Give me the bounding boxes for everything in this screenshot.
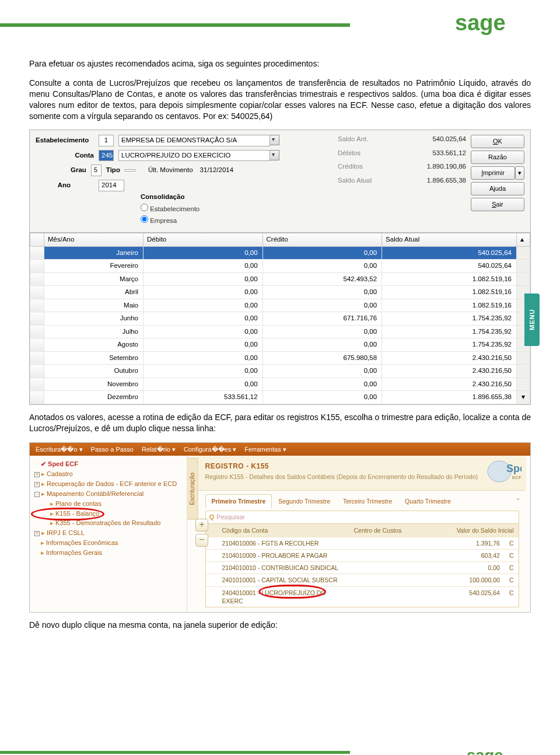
tree-item[interactable]: -▸Mapeamento Contábil/Referencial bbox=[32, 489, 184, 499]
table-row[interactable]: Agosto0,000,001.754.235,92 bbox=[30, 338, 530, 352]
table-row[interactable]: Maio0,000,001.082.519,16 bbox=[30, 299, 530, 312]
col-codigo-conta[interactable]: Código da Conta bbox=[218, 524, 349, 537]
registro-subtitle: Registro K155 - Detalhes dos Saldos Cont… bbox=[205, 473, 519, 481]
tipo-field[interactable] bbox=[125, 169, 135, 172]
search-bar[interactable]: QPesquisar ⌄ bbox=[205, 511, 519, 524]
table-row[interactable]: Abril0,000,001.082.519,16 bbox=[30, 286, 530, 299]
scroll-up-icon[interactable]: ▴ bbox=[517, 233, 530, 247]
table-row[interactable]: Janeiro0,000,00540.025,64 bbox=[30, 246, 530, 260]
imprimir-dropdown[interactable]: ▾ bbox=[515, 166, 524, 180]
movimentos-grid: Mês/Ano Débito Crédito Saldo Atual ▴ Jan… bbox=[30, 232, 530, 404]
paragraph-3: Anotados os valores, acesse a rotina de … bbox=[29, 412, 531, 434]
imprimir-button[interactable]: Imprimir bbox=[471, 166, 515, 180]
conta-row[interactable]: 2104010009 - PROLABORE A PAGAR603,42C bbox=[206, 549, 519, 561]
ecf-tree: ✔ Sped ECF+▸Cadastro+▸Recuperação de Dad… bbox=[30, 456, 187, 612]
tree-item[interactable]: ▸Informações Econômicas bbox=[32, 538, 184, 548]
ecf-editor-window: Escritura��o ▾Passo a PassoRelat�rio ▾Co… bbox=[29, 442, 531, 613]
label-conta: Conta bbox=[36, 151, 94, 160]
paragraph-4: Dê novo duplo clique na mesma conta, na … bbox=[29, 620, 531, 631]
ano-field[interactable]: 2014 bbox=[99, 180, 124, 191]
lbl-debitos: Débitos bbox=[338, 149, 360, 158]
grau-field[interactable]: 5 bbox=[91, 165, 102, 176]
consolidacao-group: Consolidação Estabelecimento Empresa bbox=[141, 193, 333, 230]
tree-item[interactable]: ▸Plano de contas bbox=[32, 499, 184, 509]
conta-nome-field[interactable]: LUCRO/PREJUÍZO DO EXERCÍCIO bbox=[118, 150, 270, 162]
menu-item[interactable]: Ferramentas ▾ bbox=[244, 446, 286, 453]
registro-header: REGISTRO - K155 Registro K155 - Detalhes… bbox=[198, 456, 526, 490]
tree-item[interactable]: +▸Recuperação de Dados - ECF anterior e … bbox=[32, 479, 184, 489]
ok-button[interactable]: OK bbox=[471, 135, 524, 148]
table-row[interactable]: Dezembro533.561,120,001.896.655,38▾ bbox=[30, 391, 530, 404]
remove-row-button[interactable]: − bbox=[195, 534, 208, 547]
col-valor-inicial[interactable]: Valor do Saldo Inicial bbox=[431, 524, 519, 537]
lbl-creditos: Créditos bbox=[338, 162, 363, 172]
col-saldo[interactable]: Saldo Atual bbox=[382, 233, 517, 247]
table-row[interactable]: Março0,00542.493,521.082.519,16 bbox=[30, 272, 530, 286]
lbl-saldo-atual: Saldo Atual bbox=[338, 176, 372, 186]
tree-item[interactable]: ▸K155 - Balanço bbox=[32, 509, 184, 519]
tree-item[interactable]: ▸K355 - Demonstrações de Resultado bbox=[32, 518, 184, 528]
svg-text:Spe: Spe bbox=[506, 463, 522, 474]
sair-button[interactable]: Sair bbox=[471, 198, 524, 211]
radio-estabelecimento[interactable]: Estabelecimento bbox=[141, 204, 333, 214]
svg-text:ECF: ECF bbox=[512, 475, 522, 480]
footer-green-bar bbox=[0, 751, 350, 754]
table-row[interactable]: Setembro0,00675.980,582.430.216,50 bbox=[30, 351, 530, 365]
val-creditos: 1.890.190,86 bbox=[427, 162, 466, 172]
estab-combo-arrow[interactable] bbox=[270, 135, 279, 145]
escrituracao-vtab[interactable]: Escrituração bbox=[187, 458, 198, 520]
conta-row[interactable]: 2401010001 - CAPITAL SOCIAL SUBSCR100.00… bbox=[206, 574, 519, 586]
col-credito[interactable]: Crédito bbox=[262, 233, 382, 247]
tab-trimestre[interactable]: Primeiro Trimestre bbox=[205, 494, 272, 508]
ult-mov-field: 31/12/2014 bbox=[198, 165, 244, 176]
menu-item[interactable]: Escritura��o ▾ bbox=[36, 446, 83, 453]
menu-item[interactable]: Relat�rio ▾ bbox=[142, 446, 176, 453]
chevron-down-icon[interactable]: ⌄ bbox=[515, 493, 521, 502]
ecf-menubar: Escritura��o ▾Passo a PassoRelat�rio ▾Co… bbox=[30, 443, 530, 456]
table-row[interactable]: Junho0,00671.716,761.754.235,92 bbox=[30, 312, 530, 326]
paragraph-1: Para efetuar os ajustes recomendados aci… bbox=[29, 58, 531, 69]
table-row[interactable]: Fevereiro0,000,00540.025,64 bbox=[30, 260, 530, 273]
col-debito[interactable]: Débito bbox=[144, 233, 263, 247]
sage-logo: sage bbox=[455, 11, 537, 39]
col-mes[interactable]: Mês/Ano bbox=[44, 233, 144, 247]
table-row[interactable]: Julho0,000,001.754.235,92 bbox=[30, 325, 530, 338]
ajuda-button[interactable]: Ajuda bbox=[471, 182, 524, 195]
conta-row[interactable]: 2404010001 - LUCRO/PREJUÍZO DO EXERC540.… bbox=[206, 586, 519, 607]
label-ano: Ano bbox=[36, 181, 94, 190]
table-row[interactable]: Outubro0,000,002.430.216,50 bbox=[30, 365, 530, 378]
radio-empresa[interactable]: Empresa bbox=[141, 215, 333, 226]
tree-item[interactable]: ✔ Sped ECF bbox=[32, 459, 184, 469]
val-saldo-atual: 1.896.655,38 bbox=[427, 176, 466, 186]
tree-item[interactable]: +▸Cadastro bbox=[32, 469, 184, 479]
page-footer: www.sage.com.br sage bbox=[0, 738, 560, 755]
razao-button[interactable]: Razão bbox=[471, 151, 524, 164]
conta-row[interactable]: 2104010006 - FGTS A RECOLHER1.391,76C bbox=[206, 537, 519, 549]
tab-trimestre[interactable]: Quarto Trimestre bbox=[398, 494, 457, 508]
menu-side-tab[interactable]: MENU bbox=[524, 293, 540, 346]
document-content: Para efetuar os ajustes recomendados aci… bbox=[0, 47, 560, 645]
table-row[interactable]: Novembro0,000,002.430.216,50 bbox=[30, 378, 530, 391]
registro-title: REGISTRO - K155 bbox=[205, 462, 519, 471]
conta-combo-arrow[interactable] bbox=[270, 150, 279, 160]
val-debitos: 533.561,12 bbox=[432, 149, 466, 158]
tree-item[interactable]: +▸IRPJ E CSLL bbox=[32, 528, 184, 538]
svg-text:sage: sage bbox=[467, 746, 503, 755]
conta-row[interactable]: 2104010010 - CONTRIBUICAO SINDICAL0,00C bbox=[206, 561, 519, 574]
contas-grid: Código da Conta Centro de Custos Valor d… bbox=[205, 524, 519, 607]
estab-nome-field[interactable]: EMPRESA DE DEMONSTRAÇÃO S/A bbox=[118, 135, 270, 146]
lbl-saldo-ant: Saldo Ant. bbox=[338, 135, 368, 144]
tab-trimestre[interactable]: Segundo Trimestre bbox=[272, 494, 337, 508]
col-centro-custos[interactable]: Centro de Custos bbox=[349, 524, 431, 537]
menu-item[interactable]: Passo a Passo bbox=[91, 446, 134, 453]
plano-contas-window: Estabelecimento 1 EMPRESA DE DEMONSTRAÇÃ… bbox=[29, 130, 531, 404]
estab-num-field[interactable]: 1 bbox=[99, 135, 114, 146]
conta-num-field[interactable]: 245 bbox=[99, 150, 114, 162]
spe-badge: SpeECF bbox=[487, 459, 522, 486]
tab-trimestre[interactable]: Terceiro Trimestre bbox=[337, 494, 398, 508]
menu-item[interactable]: Configura��es ▾ bbox=[184, 446, 236, 453]
add-row-button[interactable]: + bbox=[195, 519, 208, 532]
tree-item[interactable]: ▸Informações Gerais bbox=[32, 548, 184, 558]
label-estabelecimento: Estabelecimento bbox=[36, 136, 94, 145]
label-ult-mov: Últ. Movimento bbox=[148, 166, 193, 175]
